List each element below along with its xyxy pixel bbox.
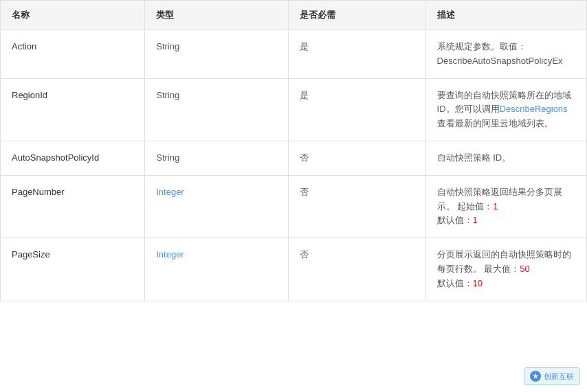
cell-description: 要查询的自动快照策略所在的地域 ID。您可以调用DescribeRegions … (425, 78, 586, 141)
header-type: 类型 (145, 1, 289, 30)
cell-description: 自动快照策略返回结果分多页展示。 起始值：1默认值：1 (425, 175, 586, 238)
desc-text: 自动快照策略返回结果分多页展示。 起始值： (437, 187, 562, 211)
highlight-value: 1 (493, 201, 498, 211)
cell-description: 自动快照策略 ID。 (425, 141, 586, 175)
cell-type: String (145, 30, 289, 79)
cell-required: 否 (289, 175, 425, 238)
desc-text: 系统规定参数。取值：DescribeAutoSnapshotPolicyEx (437, 41, 563, 66)
highlight-value: 50 (520, 264, 529, 274)
cell-type[interactable]: Integer (145, 238, 289, 301)
desc-text: 自动快照策略 ID。 (437, 152, 511, 163)
cell-required: 否 (289, 238, 425, 301)
header-name: 名称 (1, 1, 145, 30)
cell-required: 否 (289, 141, 425, 175)
cell-type: String (145, 141, 289, 175)
cell-required: 是 (289, 30, 425, 79)
highlight-value: 1 (473, 215, 478, 225)
table-header: 名称 类型 是否必需 描述 (1, 1, 586, 30)
table-row: AutoSnapshotPolicyIdString否自动快照策略 ID。 (1, 141, 586, 175)
desc-text: 分页展示返回的自动快照策略时的每页行数。 最大值： (437, 249, 571, 274)
cell-type[interactable]: Integer (145, 175, 289, 238)
table-row: PageSizeInteger否分页展示返回的自动快照策略时的每页行数。 最大值… (1, 238, 586, 301)
table-row: ActionString是系统规定参数。取值：DescribeAutoSnaps… (1, 30, 586, 79)
highlight-value: 10 (473, 278, 483, 288)
table-row: RegionIdString是要查询的自动快照策略所在的地域 ID。您可以调用D… (1, 78, 586, 141)
cell-name: RegionId (1, 78, 145, 141)
desc-link[interactable]: DescribeRegions (500, 104, 568, 114)
desc-text: 默认值： (437, 215, 473, 225)
header-required: 是否必需 (289, 1, 425, 30)
header-description: 描述 (425, 1, 586, 30)
cell-name: PageNumber (1, 175, 145, 238)
desc-text: 默认值： (437, 278, 473, 288)
cell-name: PageSize (1, 238, 145, 301)
cell-description: 分页展示返回的自动快照策略时的每页行数。 最大值：50默认值：10 (425, 238, 586, 301)
table-body: ActionString是系统规定参数。取值：DescribeAutoSnaps… (1, 30, 586, 301)
cell-type: String (145, 78, 289, 141)
cell-required: 是 (289, 78, 425, 141)
cell-name: Action (1, 30, 145, 79)
api-params-table: 名称 类型 是否必需 描述 ActionString是系统规定参数。取值：Des… (0, 0, 587, 301)
cell-description: 系统规定参数。取值：DescribeAutoSnapshotPolicyEx (425, 30, 586, 79)
cell-name: AutoSnapshotPolicyId (1, 141, 145, 175)
desc-text: 查看最新的阿里云地域列表。 (437, 118, 553, 128)
table-row: PageNumberInteger否自动快照策略返回结果分多页展示。 起始值：1… (1, 175, 586, 238)
